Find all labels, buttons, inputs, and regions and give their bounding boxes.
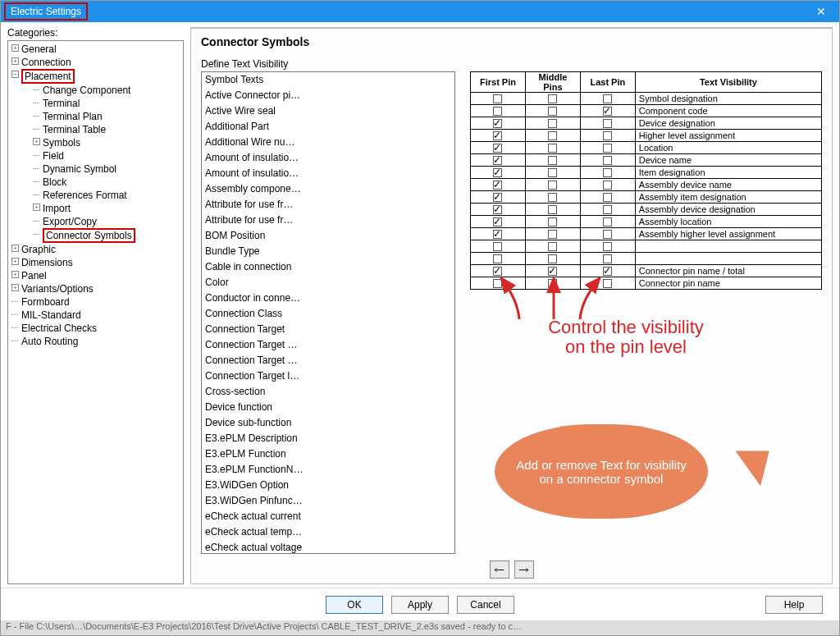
list-item[interactable]: Connection Target … (202, 337, 454, 353)
checkbox[interactable] (493, 168, 502, 177)
checkbox[interactable] (603, 168, 612, 177)
list-item[interactable]: eCheck actual temp… (202, 524, 454, 540)
tree-mil[interactable]: MIL-Standard (11, 309, 181, 322)
move-right-button[interactable]: 🡒 (514, 561, 534, 579)
expand-icon[interactable]: + (11, 57, 19, 65)
checkbox[interactable] (603, 242, 612, 251)
expand-icon[interactable]: + (33, 204, 40, 211)
move-left-button[interactable]: 🡐 (490, 561, 509, 579)
list-item[interactable]: E3.WiDGen Option (202, 478, 454, 493)
checkbox[interactable] (493, 119, 502, 128)
cancel-button[interactable]: Cancel (457, 596, 514, 614)
checkbox[interactable] (548, 94, 557, 103)
checkbox[interactable] (603, 254, 612, 263)
tree-connector-symbols[interactable]: Connector Symbols (33, 228, 181, 243)
checkbox[interactable] (493, 181, 502, 190)
symbol-texts-list[interactable]: Symbol TextsActive Connector pi…Active W… (201, 71, 455, 554)
list-item[interactable]: Device sub-function (202, 415, 454, 431)
tree-general[interactable]: +General (11, 43, 181, 56)
checkbox[interactable] (548, 156, 557, 165)
tree-placement[interactable]: −Placement Change Component Terminal Ter… (11, 69, 181, 243)
checkbox[interactable] (493, 107, 502, 116)
tree-connection[interactable]: +Connection (11, 56, 181, 69)
list-item[interactable]: Cross-section (202, 384, 454, 400)
list-item[interactable]: BOM Position (202, 228, 454, 244)
list-item[interactable]: Assembly compone… (202, 181, 454, 197)
list-item[interactable]: eCheck actual voltage (202, 540, 454, 554)
checkbox[interactable] (603, 156, 612, 165)
list-item[interactable]: Active Wire seal (202, 103, 454, 119)
tree-symbols[interactable]: +Symbols (33, 136, 181, 149)
checkbox[interactable] (548, 181, 557, 190)
checkbox[interactable] (548, 144, 557, 153)
list-item[interactable]: Connection Target l… (202, 368, 454, 384)
checkbox[interactable] (603, 181, 612, 190)
expand-icon[interactable]: + (11, 245, 19, 252)
tree-formboard[interactable]: Formboard (11, 295, 181, 309)
list-item[interactable]: Additional Wire nu… (202, 135, 454, 150)
checkbox[interactable] (548, 107, 557, 116)
tree-import[interactable]: +Import (33, 202, 181, 215)
list-item[interactable]: Active Connector pi… (202, 88, 454, 103)
list-item[interactable]: Conductor in conne… (202, 291, 454, 306)
list-item[interactable]: Connection Target (202, 322, 454, 337)
expand-icon[interactable]: + (11, 271, 19, 278)
checkbox[interactable] (493, 156, 502, 165)
expand-icon[interactable]: + (11, 284, 19, 291)
tree-dynamic-symbol[interactable]: Dynamic Symbol (33, 162, 181, 176)
list-item[interactable]: E3.WiDGen Pinfunc… (202, 493, 454, 509)
expand-icon[interactable]: + (11, 258, 19, 265)
list-item[interactable]: Symbol Texts (202, 72, 454, 88)
list-item[interactable]: Connection Class (202, 306, 454, 322)
tree-dimensions[interactable]: +Dimensions (11, 256, 181, 269)
list-item[interactable]: Attribute for use fr… (202, 213, 454, 228)
checkbox[interactable] (493, 254, 502, 263)
list-item[interactable]: eCheck actual current (202, 509, 454, 524)
tree-terminal[interactable]: Terminal (33, 97, 181, 110)
tree-references-format[interactable]: References Format (33, 189, 181, 202)
tree-auto-routing[interactable]: Auto Routing (11, 335, 181, 348)
checkbox[interactable] (548, 230, 557, 239)
tree-electrical-checks[interactable]: Electrical Checks (11, 322, 181, 335)
list-item[interactable]: Additional Part (202, 119, 454, 135)
checkbox[interactable] (603, 119, 612, 128)
apply-button[interactable]: Apply (391, 596, 449, 614)
checkbox[interactable] (603, 205, 612, 214)
checkbox[interactable] (548, 217, 557, 226)
list-item[interactable]: Device function (202, 400, 454, 415)
list-item[interactable]: E3.ePLM Description (202, 431, 454, 446)
close-button[interactable]: ✕ (803, 1, 839, 22)
checkbox[interactable] (493, 242, 502, 251)
tree-terminal-plan[interactable]: Terminal Plan (33, 110, 181, 123)
checkbox[interactable] (548, 131, 557, 140)
checkbox[interactable] (603, 217, 612, 226)
tree-field[interactable]: Field (33, 149, 181, 162)
checkbox[interactable] (493, 205, 502, 214)
checkbox[interactable] (548, 193, 557, 202)
checkbox[interactable] (493, 193, 502, 202)
help-button[interactable]: Help (765, 596, 823, 614)
checkbox[interactable] (493, 94, 502, 103)
checkbox[interactable] (603, 94, 612, 103)
list-item[interactable]: Cable in connection (202, 259, 454, 275)
checkbox[interactable] (548, 119, 557, 128)
checkbox[interactable] (603, 131, 612, 140)
list-item[interactable]: Amount of insulatio… (202, 166, 454, 181)
checkbox[interactable] (493, 217, 502, 226)
checkbox[interactable] (493, 144, 502, 153)
checkbox[interactable] (548, 168, 557, 177)
checkbox[interactable] (493, 131, 502, 140)
tree-terminal-table[interactable]: Terminal Table (33, 123, 181, 136)
list-item[interactable]: Connection Target … (202, 353, 454, 368)
tree-panel[interactable]: +Panel (11, 269, 181, 282)
checkbox[interactable] (603, 107, 612, 116)
list-item[interactable]: E3.ePLM Function (202, 446, 454, 462)
expand-icon[interactable]: + (11, 44, 19, 52)
checkbox[interactable] (603, 144, 612, 153)
collapse-icon[interactable]: − (11, 71, 19, 78)
tree-export-copy[interactable]: Export/Copy (33, 215, 181, 228)
list-item[interactable]: Color (202, 275, 454, 291)
ok-button[interactable]: OK (326, 596, 383, 614)
checkbox[interactable] (603, 230, 612, 239)
checkbox[interactable] (548, 254, 557, 263)
